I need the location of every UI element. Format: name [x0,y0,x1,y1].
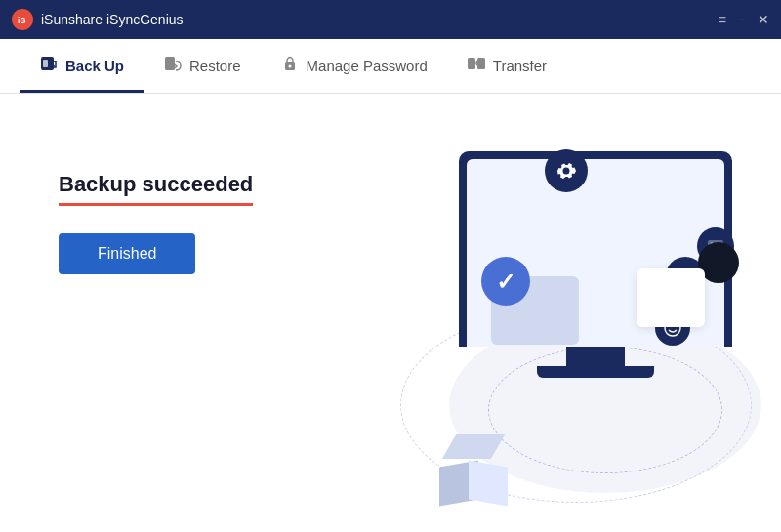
title-bar-left: iS iSunshare iSyncGenius [12,9,184,30]
transfer-icon [467,54,486,78]
monitor: ✓ [459,151,732,378]
tab-restore-label: Restore [189,58,241,74]
svg-rect-3 [43,60,48,67]
cube-right [469,460,508,506]
tab-manage-password[interactable]: Manage Password [261,54,447,93]
tab-backup[interactable]: Back Up [20,54,144,93]
title-bar-controls: ≡ − ✕ [719,12,769,27]
illustration: ✓ [312,122,781,532]
tab-manage-password-label: Manage Password [307,58,428,74]
monitor-stand [566,347,625,366]
app-logo: iS [12,9,33,30]
monitor-screen: ✓ [459,151,732,347]
tab-restore[interactable]: Restore [144,54,261,93]
tab-transfer-label: Transfer [493,58,547,74]
tab-transfer[interactable]: Transfer [447,54,566,93]
success-section: Backup succeeded Finished [59,172,253,274]
app-title: iSunshare iSyncGenius [41,12,184,27]
finished-button[interactable]: Finished [59,233,195,274]
restore-icon [163,54,183,78]
monitor-screen-inner: ✓ [467,159,724,347]
cube-top [442,434,505,459]
success-underline [59,203,253,206]
close-button[interactable]: ✕ [758,12,769,27]
gear-float-icon [545,149,588,192]
svg-text:iS: iS [18,16,26,25]
title-bar: iS iSunshare iSyncGenius ≡ − ✕ [0,0,781,39]
menu-button[interactable]: ≡ [719,12,726,27]
svg-rect-7 [468,58,475,69]
nav-bar: Back Up Restore Manage Password [0,39,781,94]
lock-icon [280,54,300,78]
backup-icon [39,54,59,78]
cube [439,434,508,503]
minimize-button[interactable]: − [738,12,746,27]
monitor-base [537,366,654,378]
white-card [637,268,705,327]
tab-backup-label: Back Up [65,58,124,74]
success-title: Backup succeeded [59,172,253,197]
svg-rect-4 [165,57,175,70]
check-mark-icon: ✓ [496,268,515,296]
main-content: Backup succeeded Finished [0,94,781,532]
check-circle: ✓ [481,257,530,306]
svg-point-6 [288,65,291,68]
